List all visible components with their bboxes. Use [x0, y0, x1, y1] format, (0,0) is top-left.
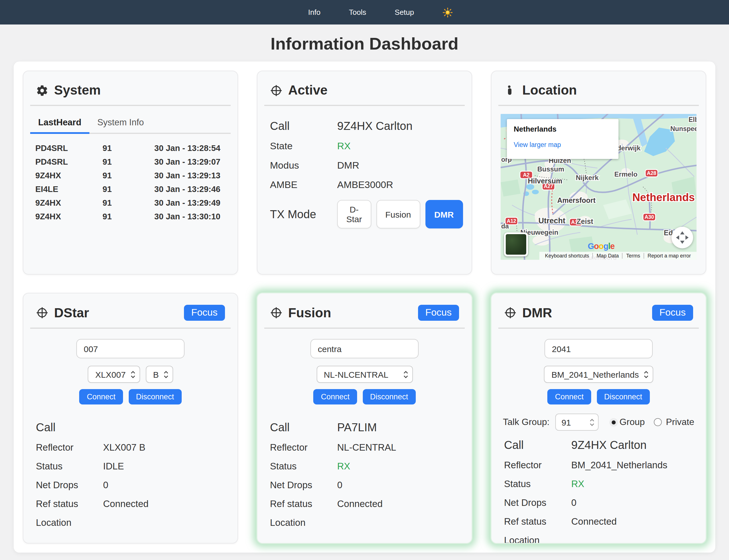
row-talkgroup: 91 [103, 157, 154, 166]
top-navbar: Info Tools Setup [0, 0, 729, 24]
dmr-stats: Call9Z4HX Carlton ReflectorBM_2041_Nethe… [491, 431, 706, 543]
map-pan-control[interactable] [671, 227, 693, 248]
fusion-reflector-select[interactable]: NL-NLCENTRAL [317, 366, 412, 383]
gear-icon [36, 84, 48, 97]
main-container: System LastHeard System Info PD4SRL 91 3… [14, 62, 715, 553]
tab-lastheard[interactable]: LastHeard [30, 114, 89, 133]
txmode-dstar-button[interactable]: D-Star [337, 200, 371, 228]
google-map[interactable]: A6 A28 A2 A27 A30 A12 A12 orp Huizen [501, 114, 697, 260]
active-call-label: Call [270, 120, 337, 133]
svg-text:A28: A28 [647, 170, 656, 176]
svg-text:Netherlands: Netherlands [632, 191, 695, 203]
crosshair-icon [504, 306, 516, 319]
active-call-value: 9Z4HX Carlton [337, 120, 412, 133]
page-title: Information Dashboard [0, 34, 729, 54]
row-callsign: 9Z4HX [35, 198, 103, 207]
svg-text:Hilversum: Hilversum [528, 177, 562, 185]
number-stepper[interactable] [589, 418, 595, 426]
sun-icon[interactable] [442, 7, 453, 17]
svg-text:Nijkerk: Nijkerk [576, 174, 599, 181]
report-map-error-link[interactable]: Report a map error [644, 253, 694, 259]
row-talkgroup: 91 [103, 198, 154, 207]
private-radio[interactable]: Private [654, 417, 694, 427]
fusion-connect-button[interactable]: Connect [314, 389, 357, 404]
table-row: EI4LE 91 30 Jan - 13:29:46 [23, 182, 238, 196]
nav-item-tools[interactable]: Tools [349, 8, 366, 17]
dstar-card-title: DStar [54, 305, 89, 320]
fusion-reflector-value: NL-CENTRAL [337, 442, 396, 453]
fusion-focus-button[interactable]: Focus [418, 305, 459, 321]
radio-unselected-ring [654, 418, 662, 426]
row-time: 30 Jan - 13:29:13 [154, 171, 221, 180]
person-icon [504, 84, 516, 97]
active-ambe-value: AMBE3000R [337, 179, 393, 191]
map-data-link[interactable]: Map Data [593, 253, 622, 259]
txmode-label: TX Mode [270, 208, 337, 221]
txmode-dmr-button[interactable]: DMR [425, 200, 463, 228]
dmr-call-value: 9Z4HX Carlton [571, 439, 647, 452]
group-radio[interactable]: Group [611, 417, 645, 427]
divider [30, 105, 231, 106]
row-callsign: PD4SRL [35, 144, 103, 153]
system-card-title: System [54, 83, 101, 98]
table-row: 9Z4HX 91 30 Jan - 13:30:10 [23, 210, 238, 223]
fusion-stats: CallPA7LIM ReflectorNL-CENTRAL StatusRX … [258, 413, 471, 543]
nav-item-setup[interactable]: Setup [395, 8, 414, 17]
dstar-reflector-value: XLX007 B [103, 442, 146, 453]
keyboard-shortcuts-link[interactable]: Keyboard shortcuts [542, 253, 593, 259]
dstar-reflector-select[interactable]: XLX007 [88, 366, 140, 383]
fusion-reflector-input[interactable] [311, 339, 418, 358]
dmr-card: DMR Focus BM_2041_Netherlands Connect Di… [491, 293, 706, 543]
dstar-disconnect-button[interactable]: Disconnect [129, 389, 182, 404]
satellite-view-toggle[interactable] [504, 232, 528, 256]
dstar-netdrops-value: 0 [103, 480, 108, 490]
system-card: System LastHeard System Info PD4SRL 91 3… [23, 71, 238, 275]
view-larger-map-link[interactable]: View larger map [514, 141, 561, 148]
row-time: 30 Jan - 13:28:54 [154, 144, 221, 153]
dmr-talkgroup-input[interactable] [544, 339, 653, 358]
svg-text:Bussum: Bussum [537, 165, 564, 173]
dmr-focus-button[interactable]: Focus [652, 305, 693, 321]
dstar-module-select[interactable]: B [146, 366, 173, 383]
svg-text:da: da [501, 222, 509, 230]
talkgroup-number-input[interactable]: 91 [555, 414, 599, 431]
dstar-card: DStar Focus XLX007 B [23, 293, 238, 543]
dmr-disconnect-button[interactable]: Disconnect [597, 389, 650, 404]
dmr-connect-button[interactable]: Connect [548, 389, 591, 404]
lastheard-table: PD4SRL 91 30 Jan - 13:28:54 PD4SRL 91 30… [23, 141, 238, 223]
active-ambe-label: AMBE [270, 179, 337, 191]
crosshair-icon [270, 306, 283, 319]
google-logo[interactable]: Google [588, 242, 614, 251]
fusion-disconnect-button[interactable]: Disconnect [363, 389, 416, 404]
terms-link[interactable]: Terms [622, 253, 644, 259]
svg-text:Elb: Elb [689, 116, 697, 123]
row-callsign: PD4SRL [35, 157, 103, 166]
dstar-connect-button[interactable]: Connect [79, 389, 123, 404]
fusion-card: Fusion Focus NL-NLCENTRAL Connect Discon… [257, 293, 472, 543]
dstar-reflector-input[interactable] [76, 339, 185, 358]
crosshair-icon [36, 306, 48, 319]
fusion-refstatus-value: Connected [337, 498, 383, 509]
txmode-fusion-button[interactable]: Fusion [376, 200, 420, 228]
location-card: Location [491, 71, 706, 275]
infobox-title: Netherlands [514, 125, 612, 133]
dmr-card-title: DMR [522, 305, 552, 320]
map-infobox: Netherlands View larger map [507, 119, 618, 159]
dmr-reflector-select[interactable]: BM_2041_Netherlands [544, 366, 653, 383]
row-callsign: EI4LE [35, 185, 103, 194]
svg-text:Zeist: Zeist [577, 217, 593, 225]
dstar-focus-button[interactable]: Focus [184, 305, 225, 321]
row-talkgroup: 91 [103, 185, 154, 194]
table-row: PD4SRL 91 30 Jan - 13:28:54 [23, 141, 238, 155]
fusion-status-value: RX [337, 461, 350, 472]
active-card: Active Call 9Z4HX Carlton State RX Modus… [257, 71, 472, 275]
dstar-refstatus-value: Connected [103, 498, 149, 509]
row-callsign: 9Z4HX [35, 212, 103, 221]
dstar-stats: Call ReflectorXLX007 B StatusIDLE Net Dr… [23, 413, 238, 543]
active-modus-value: DMR [337, 160, 359, 171]
nav-item-info[interactable]: Info [308, 8, 321, 17]
tab-system-info[interactable]: System Info [89, 114, 152, 133]
map-attribution: Keyboard shortcuts Map Data Terms Report… [539, 252, 697, 260]
dmr-status-value: RX [571, 479, 584, 489]
svg-text:Utrecht: Utrecht [538, 216, 565, 225]
